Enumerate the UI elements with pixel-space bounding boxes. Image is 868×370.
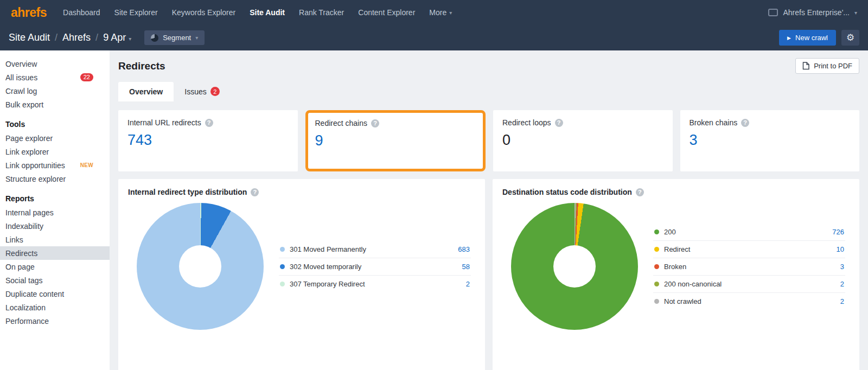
chart-destination-status-code: Destination status code distribution? 20…	[493, 179, 859, 370]
nav-keywords-explorer[interactable]: Keywords Explorer	[172, 8, 236, 17]
sidebar-item-internal-pages[interactable]: Internal pages	[0, 206, 110, 219]
breadcrumb-site-audit[interactable]: Site Audit	[9, 32, 50, 43]
help-icon[interactable]: ?	[741, 119, 749, 127]
legend-row-307: 307 Temporary Redirect 2	[279, 276, 471, 292]
legend-value-link[interactable]: 726	[832, 228, 844, 236]
status-code-legend: 200 726 Redirect 10 Broken 3	[653, 224, 845, 310]
sidebar-item-social-tags[interactable]: Social tags	[0, 273, 110, 287]
legend-row-301: 301 Moved Permanently 683	[279, 241, 471, 258]
legend-row-302: 302 Moved temporarily 58	[279, 258, 471, 276]
sidebar-item-redirects[interactable]: Redirects	[0, 246, 110, 260]
breadcrumb-project[interactable]: Ahrefs	[62, 32, 91, 43]
sidebar-item-localization[interactable]: Localization	[0, 301, 110, 314]
main-content: Redirects Print to PDF Overview Issues2 …	[110, 50, 868, 370]
sidebar-item-links[interactable]: Links	[0, 233, 110, 246]
legend-value-link[interactable]: 3	[840, 263, 844, 271]
legend-value-link[interactable]: 2	[840, 297, 844, 305]
metric-redirect-loops[interactable]: Redirect loops? 0	[493, 110, 673, 171]
legend-value-link[interactable]: 683	[458, 245, 470, 253]
sidebar-item-link-explorer[interactable]: Link explorer	[0, 145, 110, 158]
legend-value-link[interactable]: 10	[837, 245, 844, 253]
legend-dot	[654, 282, 659, 286]
legend-dot	[654, 264, 659, 269]
pdf-document-icon	[802, 62, 809, 70]
legend-dot	[280, 264, 285, 269]
segment-button[interactable]: Segment ▾	[144, 30, 205, 45]
nav-site-explorer[interactable]: Site Explorer	[114, 8, 158, 17]
legend-value-link[interactable]: 2	[466, 280, 470, 288]
legend-row-not-crawled: Not crawled 2	[653, 293, 845, 310]
gear-icon: ⚙	[846, 33, 854, 42]
sidebar: Overview All issues22 Crawl log Bulk exp…	[0, 50, 110, 370]
metric-value[interactable]: 3	[690, 132, 851, 149]
legend-row-200-non-canonical: 200 non-canonical 2	[653, 276, 845, 293]
chevron-down-icon: ▾	[854, 10, 857, 16]
sidebar-item-crawl-log[interactable]: Crawl log	[0, 84, 110, 98]
segment-icon	[151, 34, 158, 42]
tab-overview[interactable]: Overview	[118, 82, 174, 101]
sidebar-item-overview[interactable]: Overview	[0, 57, 110, 71]
metric-internal-url-redirects[interactable]: Internal URL redirects? 743	[118, 110, 298, 171]
issues-count-badge: 22	[80, 73, 93, 81]
account-name: Ahrefs Enterprise'...	[783, 8, 850, 17]
settings-button[interactable]: ⚙	[841, 30, 859, 46]
metric-cards: Internal URL redirects? 743 Redirect cha…	[118, 110, 859, 171]
play-icon: ▶	[787, 35, 791, 41]
help-icon[interactable]: ?	[555, 119, 563, 127]
nav-more[interactable]: More▾	[429, 8, 452, 17]
metric-value[interactable]: 9	[315, 132, 476, 149]
workspace-icon	[768, 9, 778, 16]
metric-value: 0	[502, 132, 663, 149]
account-menu[interactable]: Ahrefs Enterprise'... ▾	[768, 8, 857, 17]
main-nav: Dashboard Site Explorer Keywords Explore…	[63, 8, 452, 17]
project-bar: Site Audit / Ahrefs / 9 Apr ▾ Segment ▾ …	[0, 25, 868, 50]
top-navigation: ahrefs Dashboard Site Explorer Keywords …	[0, 0, 868, 25]
help-icon[interactable]: ?	[251, 188, 259, 196]
legend-row-redirect: Redirect 10	[653, 241, 845, 258]
legend-value-link[interactable]: 2	[840, 280, 844, 288]
sidebar-item-bulk-export[interactable]: Bulk export	[0, 98, 110, 111]
legend-row-200: 200 726	[653, 224, 845, 241]
status-code-donut-chart[interactable]	[511, 203, 638, 330]
redirect-type-donut-chart[interactable]	[137, 203, 264, 330]
nav-content-explorer[interactable]: Content Explorer	[358, 8, 415, 17]
legend-dot	[654, 247, 659, 252]
chart-internal-redirect-type: Internal redirect type distribution? 301…	[118, 179, 485, 370]
breadcrumb: Site Audit / Ahrefs / 9 Apr ▾	[9, 32, 131, 43]
legend-dot	[654, 299, 659, 304]
sidebar-item-on-page[interactable]: On page	[0, 260, 110, 273]
page-title: Redirects	[118, 60, 165, 72]
chevron-down-icon: ▾	[449, 10, 452, 16]
help-icon[interactable]: ?	[205, 119, 213, 127]
tab-issues[interactable]: Issues2	[174, 81, 230, 101]
new-tag: NEW	[80, 162, 93, 168]
legend-row-broken: Broken 3	[653, 258, 845, 276]
metric-broken-chains[interactable]: Broken chains? 3	[680, 110, 860, 171]
legend-dot	[280, 247, 285, 252]
nav-site-audit[interactable]: Site Audit	[250, 8, 285, 17]
issues-tab-badge: 2	[210, 87, 220, 96]
nav-rank-tracker[interactable]: Rank Tracker	[299, 8, 344, 17]
sidebar-item-link-opportunities[interactable]: Link opportunitiesNEW	[0, 158, 110, 172]
report-tabs: Overview Issues2	[118, 81, 859, 101]
sidebar-item-indexability[interactable]: Indexability	[0, 219, 110, 233]
print-to-pdf-button[interactable]: Print to PDF	[795, 58, 859, 74]
metric-value[interactable]: 743	[127, 132, 289, 149]
breadcrumb-separator: /	[95, 32, 98, 43]
sidebar-item-performance[interactable]: Performance	[0, 314, 110, 328]
sidebar-item-page-explorer[interactable]: Page explorer	[0, 131, 110, 145]
crawl-date-dropdown[interactable]: 9 Apr ▾	[103, 32, 131, 43]
help-icon[interactable]: ?	[371, 119, 379, 127]
ahrefs-logo[interactable]: ahrefs	[11, 5, 47, 20]
metric-redirect-chains[interactable]: Redirect chains? 9	[305, 110, 486, 171]
sidebar-section-reports: Reports	[0, 186, 110, 206]
sidebar-item-duplicate-content[interactable]: Duplicate content	[0, 287, 110, 301]
new-crawl-button[interactable]: ▶ New crawl	[779, 30, 836, 46]
legend-dot	[280, 282, 285, 286]
sidebar-item-structure-explorer[interactable]: Structure explorer	[0, 172, 110, 186]
sidebar-section-tools: Tools	[0, 111, 110, 131]
nav-dashboard[interactable]: Dashboard	[63, 8, 100, 17]
help-icon[interactable]: ?	[636, 188, 644, 196]
sidebar-item-all-issues[interactable]: All issues22	[0, 71, 110, 84]
legend-value-link[interactable]: 58	[462, 263, 470, 271]
